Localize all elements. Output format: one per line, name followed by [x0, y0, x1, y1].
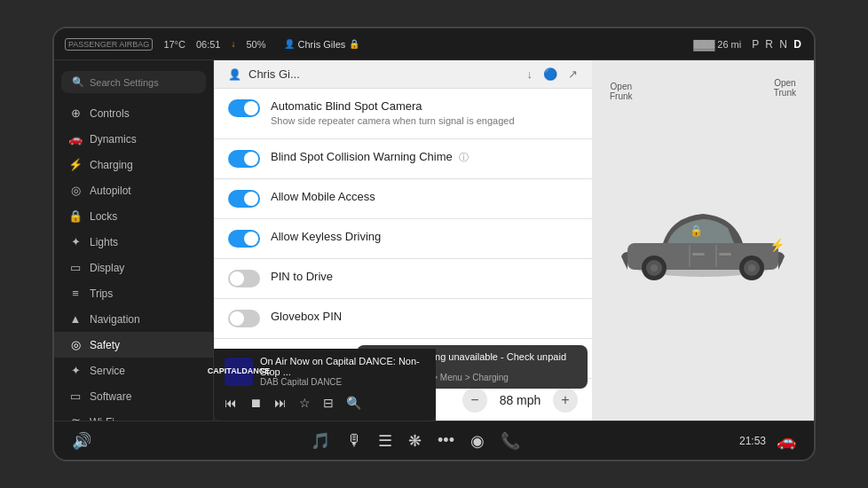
sidebar-item-label: Wi-Fi: [90, 416, 114, 421]
temperature-display: 17°C: [163, 39, 185, 50]
media-info: On Air Now on Capital DANCE: Non-Stop ..…: [260, 356, 425, 387]
taskbar: 🔊 🎵 🎙 ☰ ❋ ••• ◉ 📞 21:53 🚗: [54, 421, 814, 460]
sidebar-item-label: Lights: [90, 236, 118, 248]
media-next-button[interactable]: ⏭: [274, 396, 287, 410]
taskbar-time: 21:53: [739, 435, 766, 447]
media-equalizer-button[interactable]: ⊟: [323, 396, 334, 410]
blind-spot-chime-toggle[interactable]: [228, 150, 260, 168]
taskbar-music-icon[interactable]: 🎵: [311, 431, 330, 451]
radio-logo: CAPITAL DANCE: [225, 358, 253, 386]
taskbar-left: 🔊: [72, 431, 91, 451]
safety-icon: ◎: [68, 338, 83, 351]
soc-value: 50%: [246, 39, 265, 50]
pin-to-drive-label: PIN to Drive: [271, 270, 578, 283]
blind-spot-chime-text: Blind Spot Collision Warning Chime ⓘ: [271, 150, 578, 164]
taskbar-phone-icon[interactable]: 📞: [501, 431, 520, 451]
search-placeholder: Search Settings: [90, 77, 159, 88]
mobile-access-text: Allow Mobile Access: [271, 190, 578, 203]
speed-control: − 88 mph +: [462, 388, 578, 413]
sidebar-item-autopilot[interactable]: ◎ Autopilot: [54, 177, 213, 203]
blind-spot-camera-row: Automatic Blind Spot Camera Show side re…: [214, 89, 592, 139]
taskbar-menu-icon[interactable]: ☰: [378, 431, 392, 451]
sidebar-item-display[interactable]: ▭ Display: [54, 255, 213, 280]
svg-point-7: [748, 264, 755, 272]
settings-header: 👤 Chris Gi... ↓ 🔵 ↗: [214, 60, 592, 89]
sidebar-item-navigation[interactable]: ▲ Navigation: [54, 306, 213, 332]
car-image: ⚡ 🔒: [614, 185, 792, 295]
car-svg: ⚡ 🔒: [614, 185, 792, 292]
glovebox-pin-text: Glovebox PIN: [271, 310, 578, 323]
sidebar-item-label: Charging: [90, 159, 133, 171]
glovebox-pin-toggle[interactable]: [228, 310, 260, 327]
bluetooth-icon: 🔵: [543, 67, 557, 81]
keyless-driving-text: Allow Keyless Driving: [271, 230, 578, 243]
station-sub: DAB Capital DANCE: [260, 377, 425, 387]
keyless-driving-toggle[interactable]: [228, 230, 260, 248]
media-overlay: CAPITAL DANCE On Air Now on Capital DANC…: [214, 349, 436, 421]
mobile-access-toggle[interactable]: [228, 190, 260, 208]
open-frunk-button[interactable]: Open Frunk: [610, 82, 633, 101]
sidebar-item-trips[interactable]: ≡ Trips: [54, 280, 213, 306]
sidebar-item-dynamics[interactable]: 🚗 Dynamics: [54, 126, 213, 152]
sidebar-item-controls[interactable]: ⊕ Controls: [54, 100, 213, 126]
pin-to-drive-toggle[interactable]: [228, 270, 260, 287]
navigation-icon: ▲: [68, 312, 83, 326]
header-username: Chris Gi...: [249, 67, 300, 81]
sidebar-item-safety[interactable]: ◎ Safety: [54, 332, 213, 358]
media-bar: CAPITAL DANCE On Air Now on Capital DANC…: [214, 349, 436, 421]
taskbar-more-icon[interactable]: •••: [438, 431, 454, 450]
speed-increment-button[interactable]: +: [553, 388, 578, 413]
tesla-screen: PASSENGER AIRBAG 17°C 06:51 ↓ 50% 👤 Chri…: [52, 27, 816, 461]
keyless-driving-row: Allow Keyless Driving: [214, 219, 592, 259]
sidebar-item-software[interactable]: ▭ Software: [54, 383, 213, 409]
media-stop-button[interactable]: ⏹: [249, 396, 262, 410]
sidebar-item-label: Navigation: [90, 313, 140, 326]
taskbar-right: 21:53 🚗: [739, 431, 796, 451]
media-search-button[interactable]: 🔍: [346, 396, 361, 410]
blind-spot-camera-toggle[interactable]: [228, 99, 260, 117]
sidebar-item-lights[interactable]: ✦ Lights: [54, 229, 213, 255]
speed-value-display: 88 mph: [498, 393, 542, 407]
download-icon[interactable]: ↓: [527, 67, 533, 81]
sidebar-item-label: Trips: [90, 287, 113, 300]
search-icon: 🔍: [72, 76, 84, 88]
svg-rect-11: [719, 253, 731, 256]
sidebar-item-locks[interactable]: 🔒 Locks: [54, 203, 213, 229]
search-box[interactable]: 🔍 Search Settings: [61, 71, 206, 93]
battery-section: ▓▓▓ 26 mi: [693, 39, 741, 50]
sidebar-item-charging[interactable]: ⚡ Charging: [54, 152, 213, 177]
glovebox-pin-label: Glovebox PIN: [271, 310, 578, 323]
locks-icon: 🔒: [68, 209, 83, 223]
header-icons: ↓ 🔵 ↗: [527, 67, 579, 81]
sidebar-item-service[interactable]: ✦ Service: [54, 358, 213, 383]
service-icon: ✦: [68, 364, 83, 377]
sidebar-item-label: Dynamics: [90, 133, 137, 146]
dynamics-icon: 🚗: [68, 132, 83, 146]
sidebar-item-label: Safety: [90, 339, 120, 351]
lock-icon: 🔒: [349, 39, 359, 49]
taskbar-podcast-icon[interactable]: 🎙: [346, 431, 362, 450]
airbag-indicator: PASSENGER AIRBAG: [65, 38, 153, 51]
status-bar: PASSENGER AIRBAG 17°C 06:51 ↓ 50% 👤 Chri…: [54, 28, 814, 60]
lights-icon: ✦: [68, 235, 83, 248]
media-prev-button[interactable]: ⏮: [225, 396, 237, 410]
glovebox-pin-row: Glovebox PIN: [214, 299, 592, 339]
volume-icon[interactable]: 🔊: [72, 431, 91, 451]
svg-text:⚡: ⚡: [769, 238, 785, 253]
media-favorite-button[interactable]: ☆: [299, 396, 311, 410]
signal-icon: ↗: [568, 67, 578, 81]
sidebar-item-wifi[interactable]: ≋ Wi-Fi: [54, 409, 213, 421]
taskbar-camera-icon[interactable]: ◉: [470, 431, 485, 451]
sidebar-item-label: Software: [90, 390, 131, 403]
taskbar-apps-icon[interactable]: ❋: [408, 431, 422, 451]
clock-display: 06:51: [196, 39, 221, 50]
taskbar-car-icon[interactable]: 🚗: [777, 431, 796, 451]
mobile-access-label: Allow Mobile Access: [271, 190, 578, 203]
sidebar: 🔍 Search Settings ⊕ Controls 🚗 Dynamics …: [54, 60, 214, 421]
speed-decrement-button[interactable]: −: [462, 388, 487, 413]
autopilot-icon: ◎: [68, 184, 83, 197]
info-icon[interactable]: ⓘ: [459, 152, 469, 162]
open-trunk-button[interactable]: Open Trunk: [774, 78, 796, 98]
svg-point-4: [651, 264, 658, 272]
blind-spot-chime-label: Blind Spot Collision Warning Chime ⓘ: [271, 150, 578, 164]
